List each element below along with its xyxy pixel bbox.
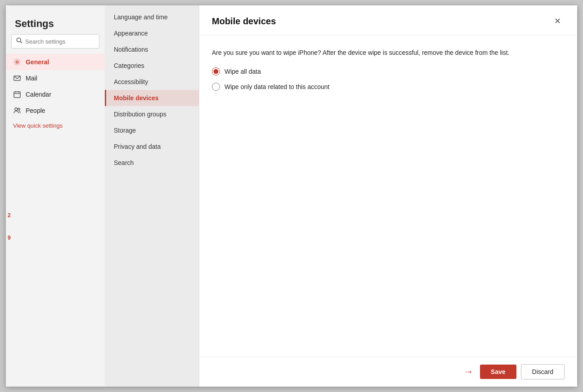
dialog-footer: → Save Discard (199, 356, 577, 387)
subnav-item-privacy-and-data[interactable]: Privacy and data (105, 138, 199, 155)
radio-group: Wipe all data Wipe only data related to … (212, 67, 565, 91)
calendar-icon (13, 90, 21, 98)
mail-icon (13, 74, 21, 82)
svg-point-2 (16, 61, 18, 63)
svg-line-1 (20, 41, 22, 43)
settings-body: Settings Genera (6, 5, 577, 387)
svg-point-8 (15, 108, 18, 111)
settings-title: Settings (15, 18, 96, 30)
sidebar-item-calendar[interactable]: Calendar (6, 86, 105, 102)
subnav-item-distribution-groups[interactable]: Distribution groups (105, 106, 199, 122)
svg-point-9 (18, 108, 20, 110)
sidebar-item-people-label: People (26, 107, 45, 114)
close-button[interactable]: ✕ (551, 14, 565, 28)
sidebar-item-calendar-label: Calendar (26, 91, 51, 98)
subnav-item-appearance[interactable]: Appearance (105, 25, 199, 41)
search-input[interactable] (25, 38, 94, 45)
settings-window: Settings Genera (6, 5, 577, 387)
radio-wipe-all[interactable] (212, 67, 220, 76)
dialog-header: Mobile devices ✕ (199, 5, 577, 36)
subnav-item-categories[interactable]: Categories (105, 58, 199, 74)
main-content: Mobile devices ✕ Are you sure you want t… (199, 5, 577, 387)
view-quick-settings[interactable]: View quick settings (6, 119, 105, 133)
dialog-description: Are you sure you want to wipe iPhone? Af… (212, 48, 565, 58)
left-nav: Settings Genera (6, 5, 105, 387)
radio-wipe-account-label: Wipe only data related to this account (224, 83, 329, 90)
sidebar-item-mail-label: Mail (26, 75, 37, 82)
save-button[interactable]: Save (480, 365, 516, 379)
search-icon (16, 37, 22, 45)
subnav-item-mobile-devices[interactable]: Mobile devices (105, 90, 199, 106)
svg-rect-4 (14, 92, 20, 98)
subnav-item-notifications[interactable]: Notifications (105, 41, 199, 58)
sidebar-item-mail[interactable]: Mail (6, 70, 105, 86)
settings-header: Settings (6, 10, 105, 34)
radio-option-wipe-all[interactable]: Wipe all data (212, 67, 565, 76)
radio-wipe-all-label: Wipe all data (224, 68, 261, 75)
radio-option-wipe-account[interactable]: Wipe only data related to this account (212, 83, 565, 91)
dialog-title: Mobile devices (212, 16, 276, 27)
badge-2: 9 (8, 235, 11, 241)
badge-1: 2 (8, 212, 11, 218)
subnav-item-language[interactable]: Language and time (105, 9, 199, 25)
dialog-body: Are you sure you want to wipe iPhone? Af… (199, 36, 577, 356)
close-icon: ✕ (554, 17, 561, 26)
radio-wipe-account[interactable] (212, 83, 220, 91)
subnav-item-search[interactable]: Search (105, 155, 199, 171)
subnav-item-storage[interactable]: Storage (105, 122, 199, 138)
subnav-item-accessibility[interactable]: Accessibility (105, 74, 199, 90)
search-box[interactable] (11, 34, 99, 49)
people-icon (13, 107, 21, 115)
sub-nav: Language and time Appearance Notificatio… (105, 5, 199, 387)
arrow-icon: → (464, 366, 474, 378)
gear-icon (13, 58, 21, 66)
sidebar-item-general[interactable]: General (6, 54, 105, 70)
sidebar-item-general-label: General (26, 58, 49, 66)
sidebar-item-people[interactable]: People (6, 102, 105, 119)
svg-point-0 (17, 38, 21, 42)
discard-button[interactable]: Discard (521, 364, 565, 379)
